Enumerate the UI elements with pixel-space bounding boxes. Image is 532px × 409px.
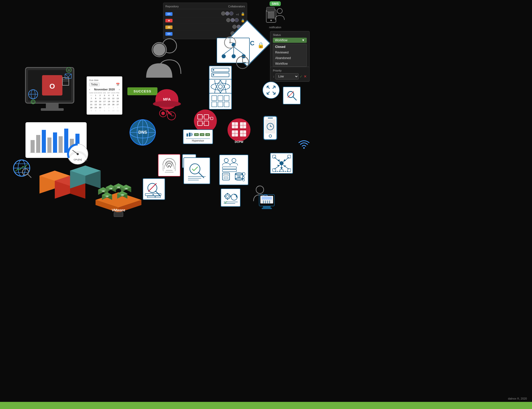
cal-day-n1[interactable]: 1: [102, 106, 107, 109]
cal-day-8[interactable]: 8: [94, 97, 98, 100]
cal-day-6[interactable]: 6: [116, 94, 120, 97]
prev-month-button[interactable]: ‹: [89, 88, 90, 91]
cal-day-12[interactable]: 12: [111, 97, 115, 100]
cal-day-3[interactable]: 3: [102, 94, 107, 97]
fingerprint-box: [158, 154, 180, 176]
status-dropdown-button[interactable]: Workflow ▼: [273, 38, 307, 43]
cal-day-16[interactable]: 16: [98, 100, 102, 103]
cal-day-n8[interactable]: 8: [102, 109, 107, 112]
cal-day-2[interactable]: 2: [98, 94, 102, 97]
cal-day-n4[interactable]: 4: [116, 106, 120, 109]
svg-point-18: [213, 74, 214, 76]
confirm-icon[interactable]: ✓: [300, 74, 303, 78]
svg-point-92: [22, 169, 29, 175]
cal-day-29[interactable]: 29: [94, 106, 98, 109]
globe-search-icon: [10, 157, 36, 183]
cal-day-n5[interactable]: 5: [89, 109, 93, 112]
vm-badge-2: VM: [200, 133, 204, 136]
notification-label: notification: [265, 26, 285, 29]
cal-day-31[interactable]: 31: [89, 94, 93, 97]
cal-day-n7[interactable]: 7: [98, 109, 102, 112]
svg-point-192: [224, 178, 225, 179]
cal-day-n9[interactable]: 9: [107, 109, 111, 112]
svg-rect-191: [224, 174, 228, 176]
cal-day-26[interactable]: 26: [111, 103, 115, 106]
copyright-text: dalnox ®, 2020: [508, 397, 527, 400]
svg-point-220: [275, 171, 276, 172]
cal-day-24[interactable]: 24: [102, 103, 107, 106]
cal-day-9[interactable]: 9: [98, 97, 102, 100]
cal-day-1[interactable]: 1: [94, 94, 98, 97]
cal-day-17[interactable]: 17: [102, 100, 107, 103]
cal-day-25[interactable]: 25: [107, 103, 111, 106]
status-menu-item-reviewed[interactable]: Reviewed: [273, 50, 307, 55]
cal-day-14[interactable]: 14: [89, 100, 93, 103]
today-button[interactable]: Today: [89, 83, 100, 86]
due-date-label: Due date: [89, 79, 120, 81]
cal-day-15[interactable]: 15: [94, 100, 98, 103]
cal-day-21[interactable]: 21: [89, 103, 93, 106]
cal-day-n3[interactable]: 3: [111, 106, 115, 109]
expand-icon-box[interactable]: [262, 81, 280, 99]
svg-point-243: [263, 201, 264, 202]
status-menu-item-closed[interactable]: Closed: [273, 44, 307, 50]
svg-text:DNS: DNS: [138, 130, 147, 134]
svg-text:VM: VM: [110, 188, 112, 189]
svg-point-101: [153, 101, 181, 107]
svg-rect-184: [147, 196, 155, 198]
svg-point-10: [232, 54, 236, 58]
calendar-header: ‹ November 2020 ›: [89, 88, 120, 91]
cal-day-n2[interactable]: 2: [107, 106, 111, 109]
cal-day-30[interactable]: 30: [98, 106, 102, 109]
svg-rect-190: [222, 173, 230, 180]
status-menu-item-workflow[interactable]: Workflow: [273, 61, 307, 66]
cal-day-27[interactable]: 27: [116, 103, 120, 106]
cal-day-20[interactable]: 20: [116, 100, 120, 103]
search-lock-box: [183, 157, 210, 184]
desk-phone-icon: [258, 192, 276, 211]
svg-line-35: [267, 92, 270, 94]
cal-day-4[interactable]: 4: [107, 94, 111, 97]
svg-rect-25: [224, 96, 229, 101]
svg-point-226: [225, 194, 230, 199]
svg-point-223: [283, 171, 284, 172]
cal-day-19[interactable]: 19: [111, 100, 115, 103]
mfa-icon: MFA: [152, 89, 182, 123]
svg-point-221: [277, 171, 278, 172]
cal-day-n10[interactable]: 10: [111, 109, 115, 112]
cal-day-7[interactable]: 7: [89, 97, 93, 100]
svg-rect-133: [187, 133, 188, 137]
svg-text:VMware: VMware: [112, 208, 125, 212]
svg-rect-229: [227, 198, 228, 200]
priority-select[interactable]: Low Medium High Critical: [275, 73, 299, 79]
cal-day-10[interactable]: 10: [102, 97, 107, 100]
svg-rect-27: [218, 102, 223, 107]
cal-day-n6[interactable]: 6: [94, 109, 98, 112]
svg-rect-4: [267, 7, 275, 12]
cal-day-n11[interactable]: 11: [116, 109, 120, 112]
svg-rect-228: [227, 193, 228, 194]
cal-day-11[interactable]: 11: [107, 97, 111, 100]
search-icon-box[interactable]: [283, 87, 301, 104]
svg-point-222: [279, 171, 280, 172]
cal-day-18[interactable]: 18: [107, 100, 111, 103]
next-month-button[interactable]: ›: [119, 88, 120, 91]
svg-point-248: [265, 202, 266, 203]
day-header-0: SAM: [89, 92, 93, 94]
cal-day-22[interactable]: 22: [94, 103, 98, 106]
collaborators-header-label: Collaborators: [228, 5, 245, 8]
mobile-device: [263, 116, 277, 140]
cal-day-23[interactable]: 23: [98, 103, 102, 106]
svg-text:VM: VM: [106, 195, 109, 197]
cal-day-28[interactable]: 28: [89, 106, 93, 109]
calendar-icon: 📅: [116, 83, 120, 86]
status-menu-item-abandoned[interactable]: Abandoned: [273, 55, 307, 61]
svg-rect-64: [47, 138, 51, 153]
cancel-icon[interactable]: ✕: [304, 74, 307, 78]
vm-badge-1: VM: [194, 133, 199, 136]
svg-rect-23: [212, 96, 217, 101]
cal-day-5[interactable]: 5: [111, 94, 115, 97]
svg-line-42: [293, 97, 296, 100]
svg-point-245: [267, 201, 268, 202]
cal-day-13[interactable]: 13: [116, 97, 120, 100]
